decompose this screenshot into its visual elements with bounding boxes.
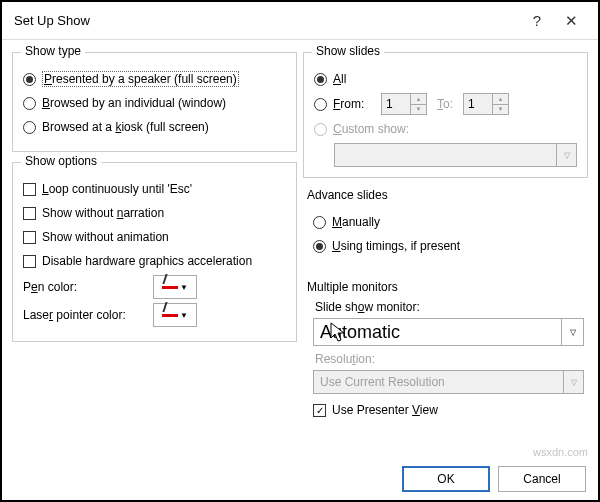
radio-browsed-kiosk[interactable]: Browsed at a kiosk (full screen) [23, 120, 209, 134]
dialog-footer: OK Cancel [402, 466, 586, 492]
ok-button[interactable]: OK [402, 466, 490, 492]
radio-label: Browsed by an individual (window) [42, 96, 226, 110]
radio-icon [314, 123, 327, 136]
to-spinner[interactable]: ▲▼ [463, 93, 509, 115]
button-label: Cancel [523, 472, 560, 486]
slide-monitor-combo[interactable]: Automatic ▽ [313, 318, 584, 346]
checkbox-label: Show without narration [42, 206, 164, 220]
show-options-group: Show options Loop continuously until 'Es… [12, 162, 297, 342]
arrow-down-icon: ▼ [493, 105, 508, 115]
spinner-arrows[interactable]: ▲▼ [410, 94, 426, 114]
spinner-arrows[interactable]: ▲▼ [492, 94, 508, 114]
chevron-down-icon: ▽ [556, 144, 576, 166]
radio-label: Custom show: [333, 122, 409, 136]
advance-slides-legend: Advance slides [307, 188, 588, 202]
from-input[interactable] [382, 97, 410, 111]
left-column: Show type Presented by a speaker (full s… [12, 46, 297, 424]
checkbox-icon [313, 404, 326, 417]
radio-icon [314, 73, 327, 86]
close-icon: ✕ [565, 12, 578, 30]
radio-icon [23, 121, 36, 134]
advance-slides-group: Manually Using timings, if present [303, 206, 588, 270]
custom-show-combo: ▽ [334, 143, 577, 167]
close-button[interactable]: ✕ [554, 8, 588, 34]
slide-monitor-label: Slide show monitor: [315, 300, 584, 314]
laser-color-label: Laser pointer color: [23, 308, 143, 322]
dialog-title: Set Up Show [14, 13, 520, 28]
arrow-down-icon: ▼ [411, 105, 426, 115]
checkbox-label: Loop continuously until 'Esc' [42, 182, 192, 196]
from-spinner[interactable]: ▲▼ [381, 93, 427, 115]
radio-icon [23, 97, 36, 110]
chevron-down-icon: ▼ [180, 283, 188, 292]
radio-label: Using timings, if present [332, 239, 460, 253]
check-presenter-view[interactable]: Use Presenter View [313, 403, 438, 417]
color-swatch-icon [162, 286, 178, 289]
radio-icon [313, 240, 326, 253]
laser-color-button[interactable]: ▼ [153, 303, 197, 327]
radio-all-slides[interactable]: All [314, 72, 346, 86]
radio-label: Manually [332, 215, 380, 229]
radio-label: Presented by a speaker (full screen) [42, 71, 239, 87]
show-type-legend: Show type [21, 44, 85, 58]
resolution-label: Resolution: [315, 352, 584, 366]
radio-timings[interactable]: Using timings, if present [313, 239, 460, 253]
show-slides-group: Show slides All From: ▲▼ To: [303, 52, 588, 178]
multiple-monitors-legend: Multiple monitors [307, 280, 588, 294]
radio-icon [314, 98, 327, 111]
radio-icon [313, 216, 326, 229]
radio-icon [23, 73, 36, 86]
right-column: Show slides All From: ▲▼ To: [303, 46, 588, 424]
combo-value: Automatic [320, 322, 400, 343]
radio-presented-speaker[interactable]: Presented by a speaker (full screen) [23, 71, 239, 87]
cancel-button[interactable]: Cancel [498, 466, 586, 492]
combo-value: Use Current Resolution [318, 375, 445, 389]
to-label: To: [437, 97, 453, 111]
checkbox-label: Use Presenter View [332, 403, 438, 417]
chevron-down-icon: ▼ [180, 311, 188, 320]
checkbox-label: Disable hardware graphics acceleration [42, 254, 252, 268]
dialog-body: Show type Presented by a speaker (full s… [2, 40, 598, 424]
resolution-combo: Use Current Resolution ▽ [313, 370, 584, 394]
checkbox-icon [23, 255, 36, 268]
watermark: wsxdn.com [533, 446, 588, 458]
checkbox-label: Show without animation [42, 230, 169, 244]
pen-color-button[interactable]: ▼ [153, 275, 197, 299]
chevron-down-icon: ▽ [563, 371, 583, 393]
radio-label: Browsed at a kiosk (full screen) [42, 120, 209, 134]
radio-manually[interactable]: Manually [313, 215, 380, 229]
button-label: OK [437, 472, 454, 486]
check-no-narration[interactable]: Show without narration [23, 206, 164, 220]
checkbox-icon [23, 207, 36, 220]
check-disable-hw[interactable]: Disable hardware graphics acceleration [23, 254, 252, 268]
multiple-monitors-group: Slide show monitor: Automatic ▽ Resoluti… [303, 300, 588, 420]
arrow-up-icon: ▲ [411, 94, 426, 105]
color-swatch-icon [162, 314, 178, 317]
show-type-group: Show type Presented by a speaker (full s… [12, 52, 297, 152]
chevron-down-icon: ▽ [561, 319, 583, 345]
pen-color-label: Pen color: [23, 280, 143, 294]
check-loop[interactable]: Loop continuously until 'Esc' [23, 182, 192, 196]
checkbox-icon [23, 231, 36, 244]
radio-label: All [333, 72, 346, 86]
radio-custom-show: Custom show: [314, 122, 409, 136]
check-no-animation[interactable]: Show without animation [23, 230, 169, 244]
radio-label: From: [333, 97, 375, 111]
to-input[interactable] [464, 97, 492, 111]
help-button[interactable]: ? [520, 8, 554, 34]
arrow-up-icon: ▲ [493, 94, 508, 105]
show-options-legend: Show options [21, 154, 101, 168]
radio-browsed-individual[interactable]: Browsed by an individual (window) [23, 96, 226, 110]
title-bar: Set Up Show ? ✕ [2, 2, 598, 40]
checkbox-icon [23, 183, 36, 196]
radio-from-slides[interactable]: From: [314, 97, 375, 111]
show-slides-legend: Show slides [312, 44, 384, 58]
